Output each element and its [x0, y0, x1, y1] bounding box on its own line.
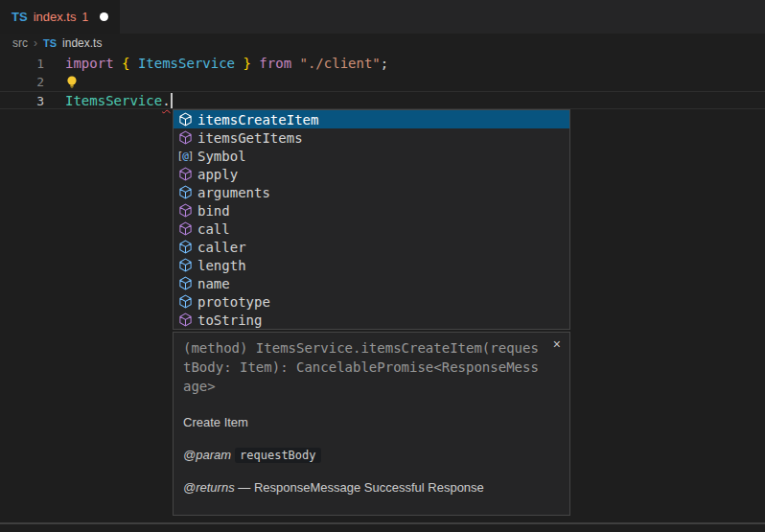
code-token: "./client"	[300, 56, 381, 71]
suggest-item-label: itemsCreateItem	[197, 112, 318, 127]
suggest-item-itemsGetItems[interactable]: itemsGetItems	[174, 128, 569, 147]
suggest-item-caller[interactable]: caller	[174, 238, 569, 256]
doc-throws-row: @throws — ApiError	[183, 513, 560, 516]
suggest-item-label: prototype	[197, 294, 270, 310]
tab-filename: index.ts	[34, 10, 77, 24]
suggest-item-label: Symbol	[197, 149, 246, 164]
typescript-icon: TS	[12, 10, 28, 24]
suggest-item-prototype[interactable]: prototype	[174, 292, 569, 311]
code-text	[65, 73, 79, 91]
suggest-item-apply[interactable]: apply	[174, 165, 569, 183]
suggest-item-label: name	[197, 276, 230, 291]
tab-bar: TS index.ts 1	[0, 0, 765, 34]
code-token	[291, 56, 299, 71]
breadcrumb-file[interactable]: index.ts	[62, 36, 102, 50]
suggest-item-label: call	[197, 221, 230, 237]
code-line[interactable]: 2	[0, 73, 765, 91]
param-tag: @param	[183, 448, 231, 462]
code-token: from	[259, 56, 291, 71]
tab-error-count: 1	[81, 11, 88, 24]
param-name-chip: requestBody	[235, 448, 320, 463]
code-token	[129, 56, 137, 71]
panel-sash[interactable]	[0, 522, 765, 524]
line-number: 2	[0, 73, 44, 91]
suggest-item-label: length	[197, 258, 246, 273]
code-token: ;	[381, 56, 388, 71]
suggest-item-label: arguments	[197, 185, 270, 200]
field-icon	[177, 185, 193, 200]
suggest-item-itemsCreateItem[interactable]: itemsCreateItem	[174, 110, 569, 128]
intellisense-suggest-widget: itemsCreateItemitemsGetItems[@]Symbolapp…	[173, 109, 570, 330]
suggest-item-label: bind	[197, 203, 230, 219]
code-token: }	[243, 56, 250, 71]
suggest-item-label: toString	[197, 312, 262, 328]
unsaved-changes-dot[interactable]	[100, 12, 108, 21]
suggest-item-label: itemsGetItems	[197, 130, 303, 146]
throws-text: — ApiError	[236, 513, 297, 516]
line-number: 3	[0, 92, 44, 108]
code-line[interactable]: 1import { ItemsService } from "./client"…	[0, 55, 765, 73]
method-icon	[177, 203, 193, 219]
tab-index-ts[interactable]: TS index.ts 1	[0, 0, 120, 34]
symbol-icon: [@]	[177, 149, 193, 164]
field-icon	[177, 276, 193, 291]
throws-tag: @throws	[183, 513, 233, 516]
method-signature: (method) ItemsService.itemsCreateItem(re…	[174, 333, 569, 402]
suggest-item-name[interactable]: name	[174, 274, 569, 292]
text-cursor	[171, 93, 173, 108]
breadcrumb-folder[interactable]: src	[12, 36, 28, 50]
method-icon	[177, 167, 193, 182]
code-token: ItemsService	[138, 56, 235, 71]
chevron-right-icon: ›	[34, 36, 37, 50]
lightbulb-icon[interactable]	[65, 75, 79, 94]
suggest-item-length[interactable]: length	[174, 256, 569, 274]
breadcrumb: src › TS index.ts	[0, 34, 765, 53]
suggest-item-toString[interactable]: toString	[174, 311, 569, 329]
suggest-item-bind[interactable]: bind	[174, 201, 569, 220]
method-icon	[177, 130, 193, 146]
code-token	[114, 56, 122, 71]
field-icon	[177, 294, 193, 310]
suggest-item-label: caller	[197, 240, 246, 255]
line-number: 1	[0, 55, 44, 73]
vscode-window: TS index.ts 1 src › TS index.ts 1import …	[0, 0, 765, 532]
doc-returns-row: @returns — ResponseMessage Successful Re…	[183, 480, 560, 495]
code-text: ItemsService.	[65, 92, 173, 108]
code-line[interactable]: 3ItemsService.	[0, 91, 765, 109]
doc-param-row: @paramrequestBody	[183, 448, 560, 462]
field-icon	[177, 258, 193, 273]
close-icon[interactable]: ×	[553, 337, 561, 351]
field-icon	[177, 240, 193, 255]
documentation-body: Create Item @paramrequestBody @returns —…	[174, 402, 569, 516]
code-token: import	[65, 56, 114, 71]
doc-description: Create Item	[183, 415, 560, 429]
returns-tag: @returns	[183, 480, 235, 495]
suggest-item-label: apply	[197, 167, 238, 182]
suggest-details-panel: (method) ItemsService.itemsCreateItem(re…	[173, 332, 570, 516]
typescript-icon: TS	[43, 37, 57, 49]
suggest-item-arguments[interactable]: arguments	[174, 183, 569, 201]
returns-text: — ResponseMessage Successful Response	[238, 480, 484, 495]
suggest-item-Symbol[interactable]: [@]Symbol	[174, 147, 569, 165]
method-icon	[177, 312, 193, 328]
code-token: ItemsService	[65, 93, 162, 108]
method-icon	[177, 112, 193, 127]
code-token: .	[162, 93, 170, 108]
code-text: import { ItemsService } from "./client";	[65, 55, 388, 73]
suggest-item-call[interactable]: call	[174, 220, 569, 238]
method-icon	[177, 221, 193, 237]
